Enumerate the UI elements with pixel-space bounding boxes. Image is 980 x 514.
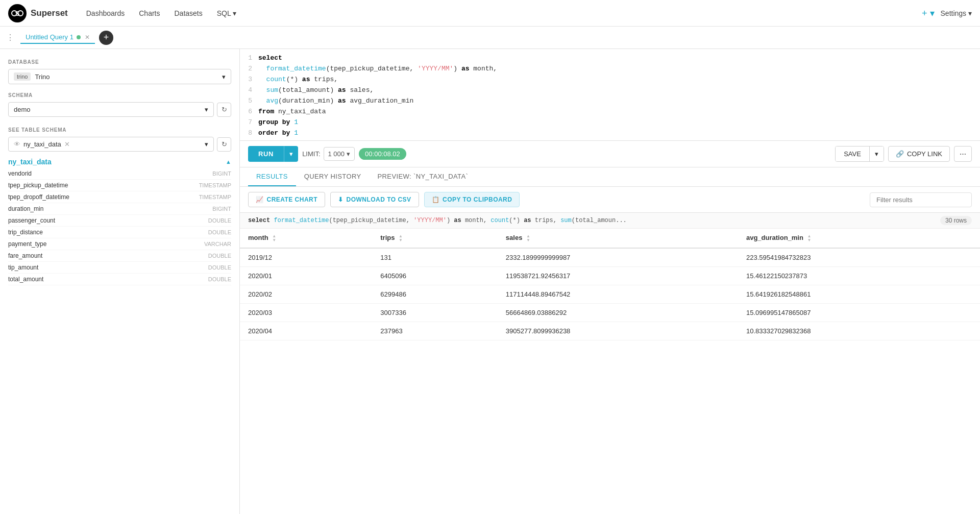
cell-trips: 6299486	[372, 285, 498, 303]
topnav-right: + ▾ Settings ▾	[922, 8, 972, 19]
cell-sales: 117114448.89467542	[498, 285, 738, 303]
cell-month: 2020/01	[240, 266, 372, 285]
code-line-8: order by 1	[258, 128, 974, 139]
collapse-icon[interactable]: ▲	[226, 159, 231, 165]
col-header-avg_duration_min[interactable]: avg_duration_min ▲▼	[738, 229, 980, 248]
nav-charts[interactable]: Charts	[133, 6, 166, 20]
field-fare_amount: fare_amount DOUBLE	[8, 250, 231, 262]
field-tip_amount: tip_amount DOUBLE	[8, 262, 231, 274]
field-payment_type: payment_type VARCHAR	[8, 238, 231, 250]
logo[interactable]: S Superset	[8, 4, 68, 22]
cell-avg_duration_min: 223.59541984732823	[738, 248, 980, 267]
nav-links: Dashboards Charts Datasets SQL ▾	[80, 6, 922, 20]
field-list-header: ny_taxi_data ▲	[8, 158, 231, 166]
copy-link-label: COPY LINK	[907, 150, 942, 158]
tab-results[interactable]: RESULTS	[248, 167, 296, 186]
schema-row: demo ▾ ↻	[8, 102, 231, 117]
database-chevron-icon: ▾	[222, 73, 226, 81]
download-icon: ⬇	[338, 196, 343, 203]
limit-label: LIMIT:	[302, 150, 320, 158]
table-row: 2019/121312332.1899999999987223.59541984…	[240, 248, 980, 267]
col-header-sales[interactable]: sales ▲▼	[498, 229, 738, 248]
download-csv-button[interactable]: ⬇ DOWNLOAD TO CSV	[330, 192, 419, 207]
sort-month-icon[interactable]: ▲▼	[272, 234, 276, 242]
table-row: 2020/03300733656664869.0388629215.096995…	[240, 303, 980, 322]
timer-badge: 00:00:08.02	[359, 148, 406, 160]
limit-group: LIMIT: 1 000 ▾	[302, 147, 355, 161]
col-header-trips[interactable]: trips ▲▼	[372, 229, 498, 248]
cell-trips: 3007336	[372, 303, 498, 322]
cell-avg_duration_min: 15.096995147865087	[738, 303, 980, 322]
table-row: 👁 ny_taxi_data ✕ ▾ ↻	[8, 137, 231, 152]
table-clear-icon[interactable]: ✕	[64, 140, 70, 148]
code-line-5: avg(duration_min) as avg_duration_min	[258, 96, 974, 107]
tab-drag-handle: ⋮	[6, 33, 14, 42]
table-schema-name: ny_taxi_data	[8, 158, 52, 166]
field-tpep_pickup_datetime: tpep_pickup_datetime TIMESTAMP	[8, 180, 231, 191]
filter-results-input[interactable]	[870, 192, 972, 207]
new-tab-button[interactable]: +	[99, 31, 113, 45]
copy-link-button[interactable]: 🔗 COPY LINK	[888, 146, 950, 162]
field-duration_min: duration_min BIGINT	[8, 203, 231, 215]
cell-sales: 119538721.92456317	[498, 266, 738, 285]
table-refresh-button[interactable]: ↻	[217, 137, 231, 152]
results-table: month ▲▼ trips ▲▼	[240, 229, 980, 340]
results-tabs: RESULTS QUERY HISTORY PREVIEW: `NY_TAXI_…	[240, 167, 980, 187]
code-line-3: count(*) as trips,	[258, 75, 974, 85]
save-dropdown-button[interactable]: ▾	[869, 146, 884, 161]
code-line-2: format_datetime(tpep_pickup_datetime, 'Y…	[258, 64, 974, 75]
cell-trips: 6405096	[372, 266, 498, 285]
tab-query-history[interactable]: QUERY HISTORY	[296, 167, 370, 186]
schema-chevron-icon: ▾	[205, 106, 208, 113]
database-selector[interactable]: trino Trino ▾	[8, 69, 231, 84]
run-button-group: RUN ▾	[248, 146, 298, 162]
table-header: month ▲▼ trips ▲▼	[240, 229, 980, 248]
results-toolbar: 📈 CREATE CHART ⬇ DOWNLOAD TO CSV 📋 COPY …	[240, 187, 980, 213]
code-content: select format_datetime(tpep_pickup_datet…	[258, 53, 980, 139]
table-selector[interactable]: 👁 ny_taxi_data ✕ ▾	[8, 137, 214, 152]
sql-editor[interactable]: 1234 5678 select format_datetime(tpep_pi…	[240, 49, 980, 141]
field-vendorid: vendorid BIGINT	[8, 168, 231, 180]
logo-text: Superset	[31, 8, 68, 18]
tabbar: ⋮ Untitled Query 1 ✕ +	[0, 27, 980, 49]
cell-sales: 3905277.8099936238	[498, 322, 738, 340]
run-dropdown-button[interactable]: ▾	[284, 146, 298, 162]
active-tab[interactable]: Untitled Query 1 ✕	[20, 31, 95, 44]
sql-preview-text: select format_datetime(tpep_pickup_datet…	[248, 217, 934, 224]
cell-trips: 237963	[372, 322, 498, 340]
editor-area: 1234 5678 select format_datetime(tpep_pi…	[240, 49, 980, 514]
sort-avg-icon[interactable]: ▲▼	[807, 234, 812, 242]
field-tpep_dropoff_datetime: tpep_dropoff_datetime TIMESTAMP	[8, 191, 231, 203]
nav-sql[interactable]: SQL ▾	[211, 6, 242, 20]
code-line-7: group by 1	[258, 117, 974, 128]
table-name: ny_taxi_data	[23, 140, 61, 148]
copy-clipboard-button[interactable]: 📋 COPY TO CLIPBOARD	[424, 192, 520, 207]
nav-dashboards[interactable]: Dashboards	[80, 6, 131, 20]
field-total_amount: total_amount DOUBLE	[8, 274, 231, 285]
save-button-group: SAVE ▾	[835, 146, 884, 162]
tab-close-button[interactable]: ✕	[85, 34, 90, 41]
sort-trips-icon[interactable]: ▲▼	[399, 234, 403, 242]
schema-selector[interactable]: demo ▾	[8, 102, 214, 117]
tab-preview[interactable]: PREVIEW: `NY_TAXI_DATA`	[370, 167, 477, 186]
schema-refresh-button[interactable]: ↻	[217, 103, 231, 117]
line-numbers: 1234 5678	[240, 53, 258, 139]
code-lines: 1234 5678 select format_datetime(tpep_pi…	[240, 53, 980, 139]
query-toolbar: RUN ▾ LIMIT: 1 000 ▾ 00:00:08.02 SAVE ▾ …	[240, 141, 980, 167]
data-table-container[interactable]: month ▲▼ trips ▲▼	[240, 229, 980, 514]
schema-value: demo	[14, 106, 31, 113]
tab-title: Untitled Query 1	[26, 33, 74, 41]
plus-button[interactable]: + ▾	[922, 8, 935, 19]
run-button[interactable]: RUN	[248, 146, 284, 162]
limit-selector[interactable]: 1 000 ▾	[324, 147, 355, 161]
col-header-month[interactable]: month ▲▼	[240, 229, 372, 248]
sort-sales-icon[interactable]: ▲▼	[526, 234, 530, 242]
more-options-button[interactable]: ⋯	[954, 146, 972, 162]
database-value-display: trino Trino	[14, 72, 50, 81]
create-chart-button[interactable]: 📈 CREATE CHART	[248, 192, 325, 207]
settings-button[interactable]: Settings ▾	[941, 9, 972, 17]
cell-avg_duration_min: 15.641926182548861	[738, 285, 980, 303]
nav-datasets[interactable]: Datasets	[168, 6, 208, 20]
code-line-1: select	[258, 53, 974, 64]
save-button[interactable]: SAVE	[836, 146, 869, 161]
